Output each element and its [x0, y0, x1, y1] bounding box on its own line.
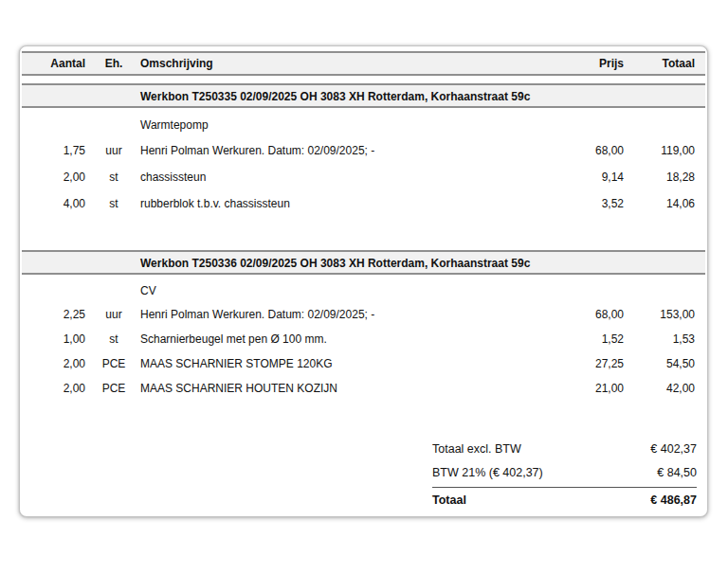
totals-block: Totaal excl. BTW € 402,37 BTW 21% (€ 402… [432, 437, 697, 512]
cell-eh: uur [90, 137, 137, 164]
cell-aantal: 1,00 [22, 327, 90, 351]
cell-aantal: 4,00 [22, 190, 90, 217]
cell-eh: st [90, 164, 137, 190]
cell-omschrijving: chassissteun [137, 164, 543, 190]
cell-eh: st [90, 190, 137, 217]
cell-totaal: 18,28 [628, 164, 705, 190]
totals-label: Totaal [432, 493, 466, 507]
spacer [22, 217, 705, 250]
totals-label: BTW 21% (€ 402,37) [432, 466, 543, 479]
totals-row-grand-total: Totaal € 486,87 [432, 487, 697, 512]
section-title: Werkbon T250336 02/09/2025 OH 3083 XH Ro… [22, 253, 530, 274]
cell-prijs: 68,00 [543, 302, 628, 327]
table-header-band: Aantal Eh. Omschrijving Prijs Totaal [22, 51, 705, 76]
cell-eh: PCE [90, 351, 137, 376]
column-header-totaal: Totaal [628, 53, 705, 74]
table-header-row: Aantal Eh. Omschrijving Prijs Totaal [22, 53, 705, 74]
cell-omschrijving: Scharnierbeugel met pen Ø 100 mm. [137, 327, 543, 351]
totals-value: € 486,87 [650, 493, 697, 507]
item-row: 1,75 uur Henri Polman Werkuren. Datum: 0… [22, 137, 705, 164]
totals-value: € 84,50 [657, 466, 697, 479]
cell-omschrijving: MAAS SCHARNIER HOUTEN KOZIJN [137, 376, 543, 401]
cell-aantal: 2,00 [22, 376, 90, 401]
item-row: 2,00 PCE MAAS SCHARNIER STOMPE 120KG 27,… [22, 351, 705, 376]
cell-totaal: 119,00 [628, 137, 705, 164]
section-header-werkbon-t250336: Werkbon T250336 02/09/2025 OH 3083 XH Ro… [22, 250, 705, 275]
item-row: 4,00 st rubberblok t.b.v. chassissteun 3… [22, 190, 705, 217]
cell-totaal: 1,53 [628, 327, 705, 351]
group-row: CV [22, 279, 705, 302]
cell-prijs: 27,25 [543, 351, 628, 376]
cell-eh: st [90, 327, 137, 351]
cell-eh: uur [90, 302, 137, 327]
cell-omschrijving: Henri Polman Werkuren. Datum: 02/09/2025… [137, 302, 543, 327]
group-row: Warmtepomp [22, 113, 705, 137]
cell-totaal: 42,00 [628, 376, 705, 401]
column-header-eh: Eh. [90, 53, 137, 74]
cell-omschrijving: MAAS SCHARNIER STOMPE 120KG [137, 351, 543, 376]
cell-eh: PCE [90, 376, 137, 401]
totals-value: € 402,37 [650, 442, 697, 456]
section-title: Werkbon T250335 02/09/2025 OH 3083 XH Ro… [22, 86, 530, 107]
column-header-aantal: Aantal [22, 53, 90, 74]
cell-prijs: 3,52 [543, 190, 628, 217]
totals-row-excl-btw: Totaal excl. BTW € 402,37 [432, 437, 697, 460]
section-header-werkbon-t250335: Werkbon T250335 02/09/2025 OH 3083 XH Ro… [22, 83, 705, 108]
cell-omschrijving: Henri Polman Werkuren. Datum: 02/09/2025… [137, 137, 543, 164]
cell-prijs: 68,00 [543, 137, 628, 164]
cell-totaal: 14,06 [628, 190, 705, 217]
group-label: Warmtepomp [137, 113, 543, 137]
totals-label: Totaal excl. BTW [432, 442, 521, 456]
item-row: 2,00 st chassissteun 9,14 18,28 [22, 164, 705, 190]
group-label: CV [137, 279, 543, 302]
totals-row-btw: BTW 21% (€ 402,37) € 84,50 [432, 460, 697, 484]
cell-totaal: 153,00 [628, 302, 705, 327]
item-row: 2,25 uur Henri Polman Werkuren. Datum: 0… [22, 302, 705, 327]
item-row: 1,00 st Scharnierbeugel met pen Ø 100 mm… [22, 327, 705, 351]
items-table-1: Warmtepomp 1,75 uur Henri Polman Werkure… [22, 113, 705, 217]
cell-aantal: 1,75 [22, 137, 90, 164]
cell-prijs: 9,14 [543, 164, 628, 190]
column-header-omschrijving: Omschrijving [137, 53, 543, 74]
invoice-sheet: Aantal Eh. Omschrijving Prijs Totaal Wer… [20, 46, 707, 401]
cell-aantal: 2,00 [22, 351, 90, 376]
invoice-page: Aantal Eh. Omschrijving Prijs Totaal Wer… [19, 45, 708, 517]
cell-aantal: 2,00 [22, 164, 90, 190]
cell-prijs: 21,00 [543, 376, 628, 401]
spacer [22, 76, 705, 83]
column-header-prijs: Prijs [543, 53, 628, 74]
cell-prijs: 1,52 [543, 327, 628, 351]
cell-totaal: 54,50 [628, 351, 705, 376]
item-row: 2,00 PCE MAAS SCHARNIER HOUTEN KOZIJN 21… [22, 376, 705, 401]
cell-aantal: 2,25 [22, 302, 90, 327]
items-table-2: CV 2,25 uur Henri Polman Werkuren. Datum… [22, 279, 705, 401]
cell-omschrijving: rubberblok t.b.v. chassissteun [137, 190, 543, 217]
